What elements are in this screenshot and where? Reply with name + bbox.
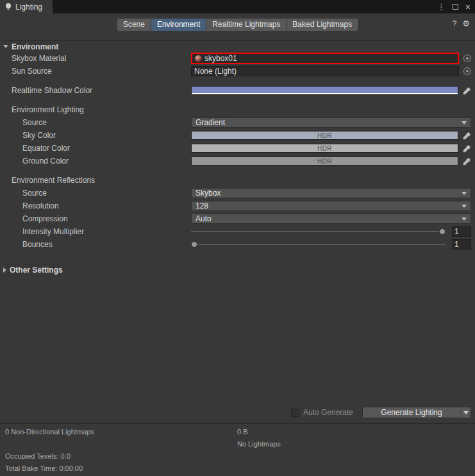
eyedropper-icon[interactable] (463, 132, 471, 140)
other-settings-section-header[interactable]: Other Settings (0, 264, 475, 275)
realtime-shadow-color-row: Realtime Shadow Color (0, 85, 475, 96)
tab-realtime-lightmaps[interactable]: Realtime Lightmaps (206, 19, 287, 31)
eyedropper-icon[interactable] (463, 157, 471, 166)
foldout-open-icon (3, 45, 8, 48)
alpha-bar (192, 93, 458, 94)
reflections-source-label: Source (0, 189, 191, 198)
sun-source-value: None (Light) (194, 67, 237, 76)
hdr-badge: HDR (317, 158, 332, 165)
slider-handle[interactable] (439, 228, 446, 235)
lighting-source-value: Gradient (196, 118, 225, 127)
environment-lighting-group-label: Environment Lighting (0, 105, 191, 114)
generate-lighting-button[interactable]: Generate Lighting (362, 407, 471, 418)
equator-color-row: Equator Color HDR (0, 142, 475, 154)
generate-lighting-label: Generate Lighting (363, 408, 460, 417)
compression-value: Auto (196, 214, 212, 223)
close-icon[interactable]: × (465, 3, 471, 12)
environment-section-header[interactable]: Environment (0, 40, 475, 52)
sun-source-field[interactable]: None (Light) (191, 66, 459, 76)
object-picker-icon[interactable] (463, 67, 471, 75)
kebab-menu-icon[interactable]: ⋮ (437, 2, 446, 12)
intensity-multiplier-label: Intensity Multiplier (0, 227, 191, 236)
slider-handle[interactable] (191, 241, 197, 248)
environment-section-title: Environment (12, 42, 58, 51)
bounces-field[interactable]: 1 (452, 239, 471, 250)
chevron-down-icon (462, 192, 467, 195)
hdr-badge: HDR (317, 145, 332, 152)
realtime-shadow-color-label: Realtime Shadow Color (0, 86, 191, 95)
lighting-window-tab[interactable]: Lighting (0, 0, 53, 13)
bounces-slider[interactable] (191, 239, 446, 250)
lighting-source-label: Source (0, 118, 191, 127)
chevron-down-icon (463, 411, 469, 414)
tab-scene[interactable]: Scene (117, 19, 151, 31)
resolution-row: Resolution 128 (0, 200, 475, 212)
lightbulb-icon (4, 3, 12, 11)
sky-color-swatch[interactable]: HDR (191, 131, 458, 140)
other-settings-section-title: Other Settings (10, 266, 63, 275)
occupied-texels-status: Occupied Texels: 0.0 (5, 452, 71, 460)
selection-highlight-frame: skybox01 (191, 53, 459, 64)
resolution-label: Resolution (0, 201, 191, 210)
skybox-material-label: Skybox Material (0, 54, 191, 63)
foldout-closed-icon (3, 268, 6, 273)
intensity-multiplier-slider[interactable] (191, 226, 446, 237)
equator-color-label: Equator Color (0, 144, 191, 153)
resolution-dropdown[interactable]: 128 (191, 201, 471, 211)
sky-color-row: Sky Color HDR (0, 130, 475, 141)
auto-generate-checkbox[interactable] (291, 409, 299, 417)
intensity-multiplier-field[interactable]: 1 (452, 226, 471, 237)
lighting-source-row: Source Gradient (0, 117, 475, 128)
maximize-icon[interactable] (453, 4, 458, 10)
lighting-toolbar: Scene Environment Realtime Lightmaps Bak… (0, 13, 475, 33)
realtime-shadow-color-swatch[interactable] (191, 86, 458, 95)
window-titlebar: Lighting ⋮ × (0, 0, 475, 13)
compression-dropdown[interactable]: Auto (191, 214, 471, 224)
skybox-material-row: Skybox Material skybox01 (0, 53, 475, 64)
generate-lighting-dropdown[interactable] (460, 407, 471, 418)
no-lightmaps-status: No Lightmaps (237, 440, 281, 448)
object-picker-icon[interactable] (463, 55, 471, 62)
eyedropper-icon[interactable] (463, 87, 471, 95)
skybox-material-value: skybox01 (204, 54, 237, 63)
slider-track (191, 231, 446, 232)
skybox-material-field[interactable]: skybox01 (192, 54, 458, 63)
status-bar: 0 Non-Directional Lightmaps 0 B No Light… (0, 423, 475, 476)
chevron-down-icon (462, 205, 467, 208)
slider-track (191, 244, 446, 245)
tab-group: Scene Environment Realtime Lightmaps Bak… (117, 19, 358, 31)
help-icon[interactable]: ? (453, 19, 457, 28)
tab-baked-lightmaps[interactable]: Baked Lightmaps (287, 19, 358, 31)
lightmap-size-status: 0 B (237, 428, 248, 436)
reflections-source-row: Source Skybox (0, 187, 475, 199)
non-directional-lightmaps-status: 0 Non-Directional Lightmaps (5, 428, 94, 436)
reflections-source-value: Skybox (196, 189, 221, 198)
bounces-label: Bounces (0, 240, 191, 249)
compression-row: Compression Auto (0, 213, 475, 225)
compression-label: Compression (0, 214, 191, 223)
sun-source-label: Sun Source (0, 67, 191, 76)
environment-reflections-group-label: Environment Reflections (0, 176, 191, 185)
environment-reflections-group-row: Environment Reflections (0, 174, 475, 186)
tab-environment[interactable]: Environment (151, 19, 206, 31)
reflections-source-dropdown[interactable]: Skybox (191, 188, 471, 198)
ground-color-label: Ground Color (0, 157, 191, 166)
equator-color-swatch[interactable]: HDR (191, 144, 458, 153)
hdr-badge: HDR (317, 132, 332, 139)
auto-generate-label: Auto Generate (303, 408, 353, 417)
chevron-down-icon (462, 121, 467, 124)
intensity-multiplier-row: Intensity Multiplier 1 (0, 226, 475, 237)
total-bake-time-status: Total Bake Time: 0:00:00 (5, 464, 83, 472)
chevron-down-icon (462, 217, 467, 221)
sky-color-label: Sky Color (0, 131, 191, 140)
gear-icon[interactable]: ⚙ (462, 19, 470, 28)
material-sphere-icon (195, 55, 202, 62)
ground-color-swatch[interactable]: HDR (191, 157, 458, 166)
bounces-row: Bounces 1 (0, 239, 475, 250)
window-tab-label: Lighting (15, 3, 42, 12)
generate-controls-row: Auto Generate Generate Lighting (0, 407, 471, 418)
lighting-source-dropdown[interactable]: Gradient (191, 117, 471, 128)
eyedropper-icon[interactable] (463, 144, 471, 153)
sun-source-row: Sun Source None (Light) (0, 65, 475, 77)
ground-color-row: Ground Color HDR (0, 155, 475, 167)
